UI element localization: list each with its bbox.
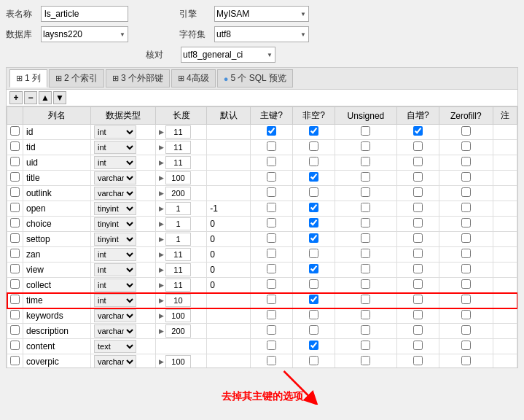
col-type-select[interactable]: varchar (94, 187, 136, 200)
col-type-select[interactable]: varchar (94, 324, 136, 338)
col-auto-checkbox[interactable] (413, 356, 423, 365)
row-select-checkbox[interactable] (10, 295, 20, 304)
col-type-select[interactable]: int (94, 156, 136, 169)
col-notnull-checkbox[interactable] (309, 356, 318, 365)
row-select-checkbox[interactable] (10, 233, 20, 243)
col-auto-checkbox[interactable] (413, 141, 423, 151)
col-notnull-checkbox[interactable] (309, 141, 318, 151)
database-select[interactable]: laysns220 (41, 26, 128, 42)
col-auto-checkbox[interactable] (413, 279, 423, 289)
col-type-select[interactable]: int (94, 125, 136, 139)
row-select-checkbox[interactable] (10, 126, 20, 136)
row-select-checkbox[interactable] (10, 141, 20, 151)
col-pk-checkbox[interactable] (267, 264, 276, 273)
col-zerofill-checkbox[interactable] (461, 264, 471, 273)
col-length-input[interactable] (165, 294, 191, 307)
col-pk-checkbox[interactable] (267, 218, 276, 228)
col-auto-checkbox[interactable] (413, 203, 423, 212)
col-auto-checkbox[interactable] (413, 264, 423, 273)
col-type-select[interactable]: varchar (94, 171, 136, 184)
col-pk-checkbox[interactable] (267, 233, 276, 243)
col-zerofill-checkbox[interactable] (461, 249, 471, 258)
col-unsigned-checkbox[interactable] (361, 341, 370, 350)
col-length-input[interactable] (165, 324, 191, 338)
col-unsigned-checkbox[interactable] (361, 264, 370, 273)
col-type-select[interactable]: varchar (94, 309, 136, 322)
col-pk-checkbox[interactable] (267, 341, 276, 350)
col-auto-checkbox[interactable] (413, 233, 423, 243)
col-auto-checkbox[interactable] (413, 157, 423, 166)
col-pk-checkbox[interactable] (267, 187, 276, 197)
col-notnull-checkbox[interactable] (309, 157, 318, 166)
col-zerofill-checkbox[interactable] (461, 203, 471, 212)
tab-indexes[interactable]: ⊞ 2 个索引 (49, 69, 104, 88)
col-pk-checkbox[interactable] (267, 203, 276, 212)
collation-select[interactable]: utf8_general_ci (181, 47, 275, 63)
col-zerofill-checkbox[interactable] (461, 126, 471, 136)
row-select-checkbox[interactable] (10, 172, 20, 182)
col-unsigned-checkbox[interactable] (361, 203, 370, 212)
col-unsigned-checkbox[interactable] (361, 279, 370, 289)
col-pk-checkbox[interactable] (267, 325, 276, 335)
engine-select[interactable]: MyISAM InnoDB (214, 6, 309, 22)
col-pk-checkbox[interactable] (267, 310, 276, 319)
col-pk-checkbox[interactable] (267, 249, 276, 258)
col-type-select[interactable]: tinyint (94, 233, 136, 246)
remove-row-button[interactable]: − (24, 91, 37, 104)
col-notnull-checkbox[interactable] (309, 233, 318, 243)
move-up-button[interactable]: ▲ (39, 91, 52, 104)
col-length-input[interactable] (165, 233, 191, 246)
col-zerofill-checkbox[interactable] (461, 356, 471, 365)
col-notnull-checkbox[interactable] (309, 172, 318, 182)
col-length-input[interactable] (165, 202, 191, 215)
col-pk-checkbox[interactable] (267, 172, 276, 182)
col-zerofill-checkbox[interactable] (461, 172, 471, 182)
col-zerofill-checkbox[interactable] (461, 218, 471, 228)
tab-columns[interactable]: ⊞ 1 列 (9, 69, 47, 88)
col-pk-checkbox[interactable] (267, 126, 276, 136)
row-select-checkbox[interactable] (10, 279, 20, 289)
row-select-checkbox[interactable] (10, 310, 20, 319)
tab-foreign[interactable]: ⊞ 3 个外部键 (106, 69, 170, 88)
col-unsigned-checkbox[interactable] (361, 172, 370, 182)
col-unsigned-checkbox[interactable] (361, 325, 370, 335)
row-select-checkbox[interactable] (10, 157, 20, 166)
col-length-input[interactable] (165, 355, 191, 368)
row-select-checkbox[interactable] (10, 218, 20, 228)
col-zerofill-checkbox[interactable] (461, 279, 471, 289)
charset-select[interactable]: utf8 (214, 26, 309, 42)
col-zerofill-checkbox[interactable] (461, 341, 471, 350)
col-pk-checkbox[interactable] (267, 356, 276, 365)
col-pk-checkbox[interactable] (267, 295, 276, 304)
col-notnull-checkbox[interactable] (309, 264, 318, 273)
col-unsigned-checkbox[interactable] (361, 356, 370, 365)
col-auto-checkbox[interactable] (413, 126, 423, 136)
col-notnull-checkbox[interactable] (309, 126, 318, 136)
row-select-checkbox[interactable] (10, 264, 20, 273)
col-length-input[interactable] (165, 217, 191, 230)
col-pk-checkbox[interactable] (267, 157, 276, 166)
col-notnull-checkbox[interactable] (309, 279, 318, 289)
col-unsigned-checkbox[interactable] (361, 126, 370, 136)
col-type-select[interactable]: int (94, 263, 136, 276)
row-select-checkbox[interactable] (10, 203, 20, 212)
col-type-select[interactable]: tinyint (94, 202, 136, 215)
col-unsigned-checkbox[interactable] (361, 157, 370, 166)
col-pk-checkbox[interactable] (267, 141, 276, 151)
col-auto-checkbox[interactable] (413, 310, 423, 319)
col-auto-checkbox[interactable] (413, 325, 423, 335)
col-unsigned-checkbox[interactable] (361, 233, 370, 243)
col-length-input[interactable] (165, 156, 191, 169)
col-unsigned-checkbox[interactable] (361, 218, 370, 228)
col-notnull-checkbox[interactable] (309, 295, 318, 304)
col-length-input[interactable] (165, 248, 191, 261)
col-length-input[interactable] (165, 309, 191, 322)
col-auto-checkbox[interactable] (413, 341, 423, 350)
col-length-input[interactable] (165, 141, 191, 154)
col-type-select[interactable]: int (94, 294, 136, 307)
col-pk-checkbox[interactable] (267, 279, 276, 289)
col-notnull-checkbox[interactable] (309, 249, 318, 258)
col-unsigned-checkbox[interactable] (361, 249, 370, 258)
col-notnull-checkbox[interactable] (309, 310, 318, 319)
col-auto-checkbox[interactable] (413, 295, 423, 304)
